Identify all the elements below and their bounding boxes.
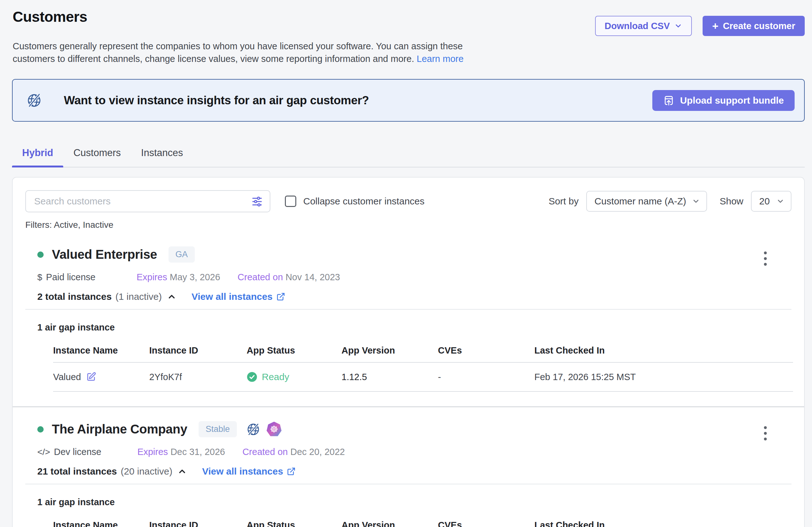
col-cves: CVEs — [438, 341, 534, 362]
download-csv-button[interactable]: Download CSV — [595, 16, 692, 36]
create-customer-label: Create customer — [723, 21, 795, 31]
airgap-globe-icon — [246, 422, 261, 437]
upload-icon — [663, 95, 675, 106]
col-last-checked-in: Last Checked In — [534, 341, 793, 362]
instance-row: Valued 2YfoK7f — [53, 362, 793, 391]
collapse-instances-label: Collapse customer instances — [303, 196, 425, 207]
sort-by-value: Customer name (A-Z) — [594, 196, 686, 207]
filter-sliders-icon[interactable] — [251, 196, 263, 207]
create-customer-button[interactable]: + Create customer — [702, 16, 805, 36]
customer-header: Valued Enterprise GA — [25, 246, 792, 262]
paid-license-icon: $ — [37, 272, 42, 283]
search-wrap — [25, 190, 270, 212]
upload-support-bundle-button[interactable]: Upload support bundle — [652, 90, 795, 111]
airgap-banner: Want to view instance insights for an ai… — [12, 79, 805, 122]
search-input[interactable] — [25, 190, 270, 212]
license-type: </> Dev license — [37, 447, 101, 457]
external-link-icon — [276, 292, 285, 301]
col-instance-name: Instance Name — [53, 516, 149, 527]
external-link-icon — [287, 467, 296, 476]
customer-section-divider — [13, 406, 804, 407]
page-description-text: Customers generally represent the compan… — [13, 41, 463, 64]
collapse-caret-icon[interactable] — [177, 467, 187, 476]
active-filters-label: Filters: Active, Inactive — [25, 220, 792, 230]
sort-by-label: Sort by — [549, 196, 579, 207]
dev-license-icon: </> — [37, 447, 50, 457]
collapse-caret-icon[interactable] — [167, 292, 176, 301]
col-app-status: App Status — [247, 341, 342, 362]
last-checked-in: Feb 17, 2026 15:25 MST — [534, 362, 793, 391]
tab-instances[interactable]: Instances — [131, 141, 193, 167]
airgap-globe-icon — [25, 92, 43, 109]
expires-label: Expires — [136, 272, 167, 282]
kubernetes-icon: ☸ — [266, 422, 282, 437]
expires-field: Expires May 3, 2026 — [136, 272, 220, 283]
col-app-status: App Status — [247, 516, 342, 527]
created-field: Created on Nov 14, 2023 — [237, 272, 340, 283]
active-status-dot — [37, 252, 44, 258]
kebab-menu-icon[interactable] — [762, 250, 769, 268]
instance-table-header-row: Instance Name Instance ID App Status App… — [53, 341, 793, 362]
view-all-instances-link[interactable]: View all instances — [192, 291, 285, 302]
license-row: $ Paid license Expires May 3, 2026 Creat… — [37, 272, 792, 283]
expires-value: May 3, 2026 — [170, 272, 220, 282]
view-all-instances-label: View all instances — [192, 291, 273, 302]
instances-inactive: (1 inactive) — [115, 291, 162, 302]
created-value: Dec 20, 2022 — [290, 447, 345, 457]
app-version: 1.12.5 — [342, 362, 438, 391]
created-label: Created on — [237, 272, 283, 282]
view-all-instances-link[interactable]: View all instances — [202, 466, 296, 477]
expires-field: Expires Dec 31, 2026 — [137, 447, 225, 457]
sort-by-select[interactable]: Customer name (A-Z) — [586, 191, 707, 212]
instances-inactive: (20 inactive) — [121, 466, 172, 477]
edit-icon[interactable] — [86, 372, 96, 382]
license-row: </> Dev license Expires Dec 31, 2026 Cre… — [37, 447, 792, 457]
col-app-version: App Version — [342, 341, 438, 362]
col-last-checked-in: Last Checked In — [534, 516, 793, 527]
show-select[interactable]: 20 — [751, 191, 792, 212]
col-instance-name: Instance Name — [53, 341, 149, 362]
col-instance-id: Instance ID — [149, 341, 247, 362]
collapse-instances-control[interactable]: Collapse customer instances — [285, 196, 425, 207]
chevron-down-icon — [776, 197, 784, 205]
expires-value: Dec 31, 2026 — [171, 447, 225, 457]
license-type-label: Paid license — [46, 272, 96, 283]
instances-total: 21 total instances — [37, 466, 117, 477]
app-status: Ready — [247, 372, 342, 382]
kebab-menu-icon[interactable] — [762, 424, 769, 442]
instance-table: Instance Name Instance ID App Status App… — [53, 341, 793, 392]
chevron-down-icon — [674, 22, 682, 30]
active-status-dot — [37, 426, 44, 433]
col-cves: CVEs — [438, 516, 534, 527]
license-type: $ Paid license — [37, 272, 96, 283]
plus-icon: + — [712, 20, 719, 32]
view-all-instances-label: View all instances — [202, 466, 283, 477]
instance-id: 2YfoK7f — [149, 362, 247, 391]
app-status-label: Ready — [262, 372, 289, 382]
tab-customers[interactable]: Customers — [63, 141, 131, 167]
customer-card-airplane-company: The Airplane Company Stable ☸ </> Dev li… — [25, 421, 792, 527]
header-actions: Download CSV + Create customer — [595, 16, 805, 36]
col-app-version: App Version — [342, 516, 438, 527]
license-type-label: Dev license — [54, 447, 101, 457]
col-instance-id: Instance ID — [149, 516, 247, 527]
tab-hybrid[interactable]: Hybrid — [12, 141, 63, 167]
customer-header: The Airplane Company Stable ☸ — [25, 421, 792, 437]
channel-badge: Stable — [199, 421, 237, 437]
expires-label: Expires — [137, 447, 168, 457]
collapse-instances-checkbox[interactable] — [285, 196, 296, 207]
divider — [25, 309, 792, 310]
customer-name[interactable]: The Airplane Company — [52, 422, 187, 436]
toolbar: Collapse customer instances Sort by Cust… — [25, 190, 792, 212]
instance-table: Instance Name Instance ID App Status App… — [53, 516, 793, 527]
show-label: Show — [720, 196, 743, 207]
channel-badge: GA — [169, 246, 195, 262]
customer-name[interactable]: Valued Enterprise — [52, 247, 157, 261]
learn-more-link[interactable]: Learn more — [417, 54, 464, 64]
tab-bar: Hybrid Customers Instances — [12, 141, 805, 167]
banner-title: Want to view instance insights for an ai… — [64, 94, 369, 107]
airgap-instance-heading: 1 air gap instance — [37, 322, 792, 333]
download-csv-label: Download CSV — [605, 21, 670, 31]
instance-name: Valued — [53, 372, 81, 382]
instances-summary-row: 2 total instances (1 inactive) View all … — [37, 291, 792, 302]
